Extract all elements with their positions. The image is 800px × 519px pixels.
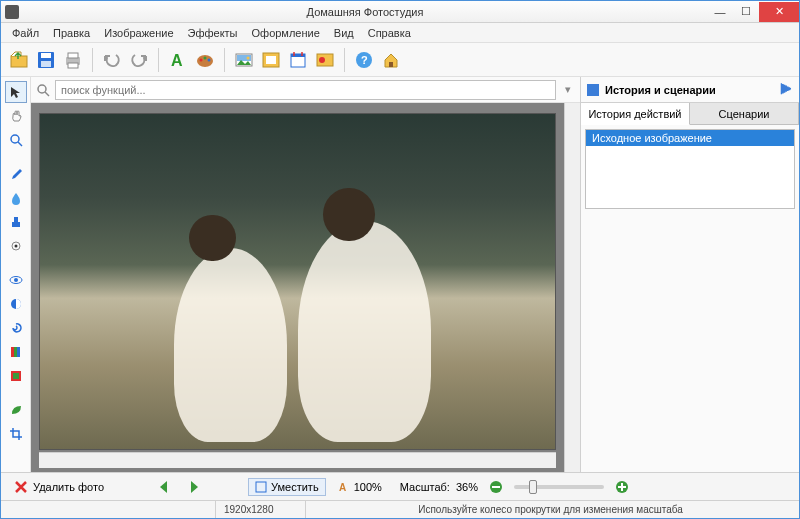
- zoom-tool[interactable]: [5, 129, 27, 151]
- svg-rect-25: [389, 62, 393, 67]
- menu-file[interactable]: Файл: [5, 25, 46, 41]
- undo-button[interactable]: [100, 48, 124, 72]
- svg-rect-45: [492, 486, 500, 488]
- svg-point-11: [208, 58, 211, 61]
- h-scrollbar[interactable]: [39, 452, 556, 468]
- lighten-tool[interactable]: [5, 235, 27, 257]
- window-title: Домашняя Фотостудия: [23, 6, 707, 18]
- tab-history[interactable]: История действий: [581, 103, 690, 125]
- text-button[interactable]: A: [166, 48, 190, 72]
- clone-tool[interactable]: [5, 211, 27, 233]
- fit-icon: [255, 481, 267, 493]
- eye-tool[interactable]: [5, 269, 27, 291]
- home-button[interactable]: [379, 48, 403, 72]
- redo-button[interactable]: [127, 48, 151, 72]
- save-button[interactable]: [34, 48, 58, 72]
- crop-tool[interactable]: [5, 423, 27, 445]
- effects-tool[interactable]: [5, 365, 27, 387]
- history-item[interactable]: Исходное изображение: [586, 130, 794, 146]
- svg-point-10: [204, 56, 207, 59]
- scale-value: 36%: [456, 481, 478, 493]
- svg-point-22: [319, 57, 325, 63]
- minimize-button[interactable]: —: [707, 2, 733, 22]
- menu-edit[interactable]: Правка: [46, 25, 97, 41]
- zoom-in-button[interactable]: [610, 475, 634, 499]
- bottom-toolbar: Удалить фото Уместить A 100% Масштаб: 36…: [1, 472, 799, 500]
- prev-button[interactable]: [152, 475, 176, 499]
- svg-rect-35: [11, 347, 14, 357]
- svg-point-26: [11, 135, 19, 143]
- svg-rect-37: [17, 347, 20, 357]
- svg-rect-0: [11, 56, 27, 67]
- brush-tool[interactable]: [5, 163, 27, 185]
- collapse-icon[interactable]: ⯈: [780, 82, 793, 97]
- picture-button[interactable]: [232, 48, 256, 72]
- svg-rect-2: [41, 53, 51, 58]
- maximize-button[interactable]: ☐: [733, 2, 759, 22]
- print-button[interactable]: [61, 48, 85, 72]
- open-button[interactable]: [7, 48, 31, 72]
- menu-view[interactable]: Вид: [327, 25, 361, 41]
- contrast-tool[interactable]: [5, 293, 27, 315]
- leaf-tool[interactable]: [5, 399, 27, 421]
- search-dropdown[interactable]: ▾: [560, 83, 576, 96]
- menu-decoration[interactable]: Оформление: [245, 25, 327, 41]
- svg-point-40: [38, 85, 46, 93]
- svg-rect-42: [256, 482, 266, 492]
- titlebar: Домашняя Фотостудия — ☐ ✕: [1, 1, 799, 23]
- delete-icon: [13, 479, 29, 495]
- menu-image[interactable]: Изображение: [97, 25, 180, 41]
- panel-header: История и сценарии ⯈: [581, 77, 799, 103]
- panel-title: История и сценарии: [605, 84, 716, 96]
- palette-button[interactable]: [193, 48, 217, 72]
- svg-rect-18: [291, 54, 305, 57]
- svg-text:?: ?: [361, 54, 368, 66]
- svg-text:A: A: [171, 52, 183, 69]
- svg-rect-6: [68, 63, 78, 68]
- tool-palette: [1, 77, 31, 472]
- hand-tool[interactable]: [5, 105, 27, 127]
- svg-rect-29: [14, 217, 18, 222]
- help-button[interactable]: ?: [352, 48, 376, 72]
- next-button[interactable]: [182, 475, 206, 499]
- app-icon: [5, 5, 19, 19]
- canvas[interactable]: [31, 103, 564, 472]
- close-button[interactable]: ✕: [759, 2, 799, 22]
- status-hint: Используйте колесо прокрутки для изменен…: [305, 501, 795, 518]
- menu-help[interactable]: Справка: [361, 25, 418, 41]
- svg-rect-5: [68, 53, 78, 58]
- pointer-tool[interactable]: [5, 81, 27, 103]
- status-dimensions: 1920x1280: [215, 501, 305, 518]
- scale-label: Масштаб:: [400, 481, 450, 493]
- zoom-out-button[interactable]: [484, 475, 508, 499]
- delete-photo-button[interactable]: Удалить фото: [7, 477, 110, 497]
- color-bars-tool[interactable]: [5, 341, 27, 363]
- svg-line-41: [45, 92, 49, 96]
- postcard-button[interactable]: [313, 48, 337, 72]
- svg-rect-39: [13, 373, 19, 379]
- drop-tool[interactable]: [5, 187, 27, 209]
- menu-effects[interactable]: Эффекты: [181, 25, 245, 41]
- svg-line-27: [18, 142, 22, 146]
- svg-point-14: [247, 56, 250, 59]
- search-input[interactable]: [55, 80, 556, 100]
- zoom-100-button[interactable]: A 100%: [332, 479, 388, 495]
- a-icon: A: [338, 481, 350, 493]
- fit-button[interactable]: Уместить: [248, 478, 326, 496]
- swirl-tool[interactable]: [5, 317, 27, 339]
- calendar-button[interactable]: [286, 48, 310, 72]
- zoom-slider[interactable]: [514, 485, 604, 489]
- svg-text:A: A: [339, 482, 346, 493]
- main-toolbar: A ?: [1, 43, 799, 77]
- tab-scenarios[interactable]: Сценарии: [690, 103, 799, 124]
- frame-button[interactable]: [259, 48, 283, 72]
- v-scrollbar[interactable]: [564, 103, 580, 472]
- history-icon: [587, 84, 599, 96]
- photo-image: [39, 113, 556, 450]
- svg-rect-16: [266, 56, 276, 64]
- svg-rect-28: [12, 222, 20, 227]
- history-list[interactable]: Исходное изображение: [585, 129, 795, 209]
- svg-point-31: [14, 245, 17, 248]
- svg-point-33: [14, 278, 18, 282]
- menubar: Файл Правка Изображение Эффекты Оформлен…: [1, 23, 799, 43]
